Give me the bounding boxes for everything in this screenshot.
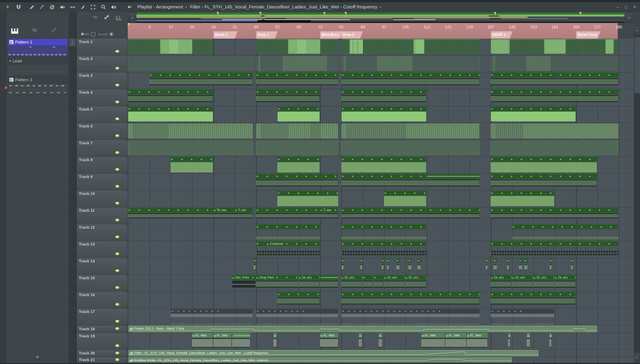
playhead-icon[interactable] [128, 23, 130, 27]
track-row[interactable]: ▶ ‥ ▶ ‥ ▶ ‥ ▶ ‥ ▶ ‥ ▶ ‥ ▶ ‥ ▶ ‥ ▶ ‥ ▶ ‥ … [128, 89, 634, 106]
track-header[interactable]: Track 9. . . [77, 174, 127, 190]
clip-audio[interactable]: ▶ ‥ ▶ ‥ ▶ ‥ ▶ ‥ ▶ ‥ ▶ ‥ ▶ ‥ ▶ ‥ ▶ ‥ ▶ ‥ … [342, 207, 480, 224]
scroll-left-button[interactable]: ‹ [128, 12, 136, 23]
track-options-dots[interactable]: . . . [85, 100, 92, 104]
deselect-icon[interactable] [48, 3, 57, 11]
playback-icon[interactable] [109, 3, 118, 11]
clip-auto[interactable]: Endless Smile - FL_STH_145_Vocal_Female_… [128, 357, 512, 363]
clip-audio[interactable]: ▶ ‥ ▶ ‥ ▶ ‥ ▶Dr..erc [342, 275, 362, 291]
clip-thin[interactable]: ▶ ‥ ▶ ‥ ▶ ‥ ▶ ‥ ▶ ‥ ▶ ‥ ▶ ‥ ▶ ‥ ▶ ‥ ▶ ‥ … [342, 224, 426, 240]
mute-led[interactable] [115, 83, 120, 87]
timeline-marker[interactable]: Drop 1 [256, 31, 278, 38]
clip-audio[interactable]: ▶ ‥ ▶ ‥ ▶ ‥ ▶ ‥ ▶ ‥ ▶ ‥ ▶ ‥ [278, 292, 320, 308]
clip-spike[interactable]: ▶ ‥ ▶ ‥ ▶ ‥ ▶ ‥ ▶ ‥ ▶ ‥ ▶ ‥ ▶ ‥ ▶ ‥ ▶ ‥ … [342, 241, 426, 258]
track-options-dots[interactable]: . . . [85, 50, 92, 53]
pattern-item-pattern3[interactable]: Pattern 3 [8, 76, 68, 84]
slide-toggle[interactable] [109, 32, 113, 36]
pattern-item-lead[interactable]: • Lead [8, 58, 68, 64]
mute-led[interactable] [115, 269, 120, 272]
mute-led[interactable] [115, 117, 120, 121]
scroll-right-button[interactable]: › [625, 12, 633, 23]
track-row[interactable]: ▶ ‥ ▶ ‥ ▶ ‥ ▶ ‥ ▶ ‥ ▶ ‥ ▶ ‥ ▶ ‥ ▶ ‥ ▶ ‥ … [128, 106, 634, 123]
clip-audio[interactable]: ▶ ‥ ▶ ‥ ▶ ‥ ▶ ‥ ▶ ‥ ▶ ‥ ▶ ‥ ▶ ‥ ▶ ‥ ▶ ‥ … [256, 207, 338, 224]
track-header[interactable]: Track 3. . . [77, 72, 127, 89]
track-row[interactable] [128, 123, 634, 140]
clip-vox[interactable]: ▶ [527, 333, 530, 349]
clip-fuzzy[interactable]: ▶ ‥ ▶ ‥ ▶ ‥ ▶ ‥ ▶ ‥ ▶ ‥ ▶ ‥ [278, 157, 320, 173]
scroll-up-button[interactable]: ‹ [633, 26, 640, 35]
clip-drum[interactable] [256, 38, 338, 55]
clip-tiny[interactable]: ▶ ‥ [381, 258, 384, 274]
clip-solid[interactable]: ▶ ‥ ▶ ‥ ▶ ‥ ▶ ‥ ▶ ‥ ▶ ‥ ▶ ‥ ▶ ‥ ▶ ‥ ▶ ‥ … [128, 106, 213, 122]
clip-audio[interactable]: ▶ ‥ [373, 275, 383, 291]
mute-led[interactable] [115, 252, 120, 256]
clip-chev[interactable]: ▶▶▶▶▶▶▶▶▶▶▶ [320, 275, 338, 291]
automation-view-icon[interactable] [104, 15, 110, 21]
track-row[interactable]: ▶ ‥ ▶ ‥ ▶ ‥ ▶ ‥ ▶ ‥ ▶ ‥ ▶ ‥ ▶ ‥ ▶ ‥ ▶ ‥ … [128, 258, 634, 275]
clip-audio[interactable]: ▶ ‥ ▶ ‥ ▶ ‥ ▶ ‥ ▶ ‥ ▶ ‥ ▶ ‥ ▶ ‥ ▶ ‥ ▶ ‥ … [150, 72, 253, 89]
mute-led[interactable] [115, 344, 120, 348]
track-name[interactable]: Track 7 [79, 141, 93, 146]
magnet-icon[interactable] [14, 3, 23, 11]
mute-led[interactable] [115, 184, 120, 188]
track-header[interactable]: Track 8. . . [77, 157, 127, 174]
track-header[interactable]: Track 15. . . [77, 275, 127, 292]
clip-fuzzy[interactable]: ▶ ‥ ▶ ‥ ▶ ‥ ▶ ‥ ▶ ‥ ▶ ‥ ▶ ‥ [171, 157, 213, 173]
stretch-icon[interactable] [68, 3, 77, 11]
track-header[interactable]: Track 14. . . [77, 258, 127, 275]
picker-scrollbar-handle[interactable]: ❘ [70, 38, 76, 46]
clip-vox[interactable]: ▶FL..Wet [214, 333, 232, 349]
track-name[interactable]: Track 6 [79, 124, 93, 128]
track-options-dots[interactable]: . . . [85, 184, 92, 188]
track-row[interactable] [128, 56, 634, 72]
preview-speaker-icon[interactable] [125, 3, 134, 11]
clip-tiny[interactable]: ▶ ‥ [571, 258, 573, 274]
track-row[interactable]: ▶ ‥ ▶ ‥ ▶ ‥ ▶ ‥ ▶ ‥ ▶ ‥ ▶ ‥ ▶ ‥ ▶ ‥ ▶ ‥ … [128, 224, 634, 241]
clip-tiny[interactable]: ▶ ‥ [494, 258, 497, 274]
clip-midi[interactable]: ≡ ≡ ≡ ≡ ≡ ≡ ≡ ≡ ≡ [256, 308, 338, 325]
track-name[interactable]: Track 2 [79, 56, 93, 61]
track-header[interactable]: Track 7. . . [77, 140, 127, 157]
clip-auto[interactable]: Param. EQ 2 - Bass - Band 1 freq [128, 326, 597, 332]
track-name[interactable]: Track 18 [79, 327, 95, 331]
mute-led[interactable] [115, 235, 120, 239]
mute-led[interactable] [115, 286, 120, 290]
clip-thin[interactable]: ▶ ‥ ▶ ‥ ▶ ‥ ▶ ‥ ▶ ‥ ▶ ‥ ▶ ‥ ▶ ‥ ▶ ‥ ▶ ‥ [256, 224, 320, 240]
close-button[interactable]: × [633, 4, 636, 10]
track-header[interactable]: Track 1. . . [77, 38, 127, 56]
clip-audio[interactable]: ▶ ‥ ▶ ‥ ▶ ‥ ▶ ‥ ▶ ‥ ▶ ‥ ▶ ‥ ▶ ‥ ▶ ‥ ▶ ‥ … [491, 72, 618, 89]
track-row[interactable]: ▶ ‥ ▶ ‥ ▶ ‥ ▶ ‥ ▶Dro..Perc▶ ‥ ▶ ‥ ▶ ‥ ▶ … [128, 275, 634, 292]
clip-fuzzy[interactable]: ▶ ‥ ▶ ‥ ▶ ‥ ▶ ‥ ▶ ‥ ▶ ‥ ▶ ‥ ▶ ‥ ▶ ‥ ▶ ‥ [278, 190, 338, 207]
track-header[interactable]: Track 2. . . [77, 56, 127, 72]
track-header[interactable]: Track 6. . . [77, 123, 127, 140]
clip-tiny[interactable]: ▶ ‥ [507, 258, 509, 274]
clip-vox[interactable]: ▶FL..Wet [192, 333, 213, 349]
clip-fuzzy[interactable]: ▶ ‥ ▶ ‥ ▶ ‥ ▶ ‥ ▶ ‥ ▶ ‥ ▶ ‥ ▶ ‥ ▶ ‥ ▶ ‥ … [491, 157, 597, 173]
clip-tiny[interactable]: ▶ ‥ [254, 258, 256, 274]
track-header[interactable]: Track 11. . . [77, 207, 127, 224]
menu-arrow-icon[interactable] [4, 3, 13, 11]
clip-audio[interactable]: ▶ ‥ ▶ ‥ ▶ ‥ ▶Dr..erc [384, 275, 405, 291]
clip-st2[interactable] [342, 123, 480, 140]
track-name[interactable]: Track 12 [79, 225, 95, 230]
track-row[interactable]: ▶ ‥ ▶ ‥ ▶ ‥ ▶ ‥ ▶ ‥ ▶ ‥ ▶ ‥ ▶ ‥ ▶ ‥ ▶ ‥ … [128, 72, 634, 89]
track-name[interactable]: Track 20 [79, 351, 95, 356]
clip-st1[interactable] [342, 56, 480, 72]
song-overview-strip[interactable] [136, 12, 624, 23]
clip-tiny[interactable]: ▶ ‥ [408, 258, 411, 274]
mute-led[interactable] [115, 50, 120, 53]
track-options-dots[interactable]: . . . [85, 286, 92, 290]
step-toggle[interactable] [91, 32, 95, 36]
mute-led[interactable] [115, 320, 120, 323]
track-options-dots[interactable]: . . . [85, 269, 92, 272]
track-row[interactable]: ▶ ‥ ▶ ‥ ▶ ‥ ▶ ‥ ▶ ‥ ▶ ‥ ▶ ‥ ▶ ‥ ▶ ‥ ▶ ‥ … [128, 292, 634, 308]
clip-midi[interactable]: ≡ ≡ ≡ ≡ ≡ ≡ ≡ ≡ ≡ ≡ ≡ ≡ ≡ ≡ ≡ ≡ ≡ ≡ [342, 308, 480, 325]
playlist-grid[interactable]: ▶ ‥ ▶ ‥ ▶ ‥ ▶ ‥ ▶ ‥ ▶ ‥ ▶ ‥ ▶ ‥ ▶ ‥ ▶ ‥ … [128, 38, 634, 363]
clip-tiny[interactable]: ▶ ‥ [396, 258, 399, 274]
clip-vox[interactable]: ▶ [359, 333, 362, 349]
track-name[interactable]: Track 14 [79, 259, 95, 264]
clip-audio[interactable]: ▶ ‥ ▶ ‥ ▶ ‥ ▶ ‥ ▶ ‥ ▶ ‥ ▶ ‥ ▶ ‥ ▶ ‥ ▶ ‥ … [491, 207, 618, 224]
clip-tiny[interactable]: ▶ ‥ [486, 258, 488, 274]
timeline-ruler[interactable]: 9172533414957657381899710511312112913714… [128, 23, 634, 38]
track-header[interactable]: Track 19. . . [77, 333, 127, 350]
